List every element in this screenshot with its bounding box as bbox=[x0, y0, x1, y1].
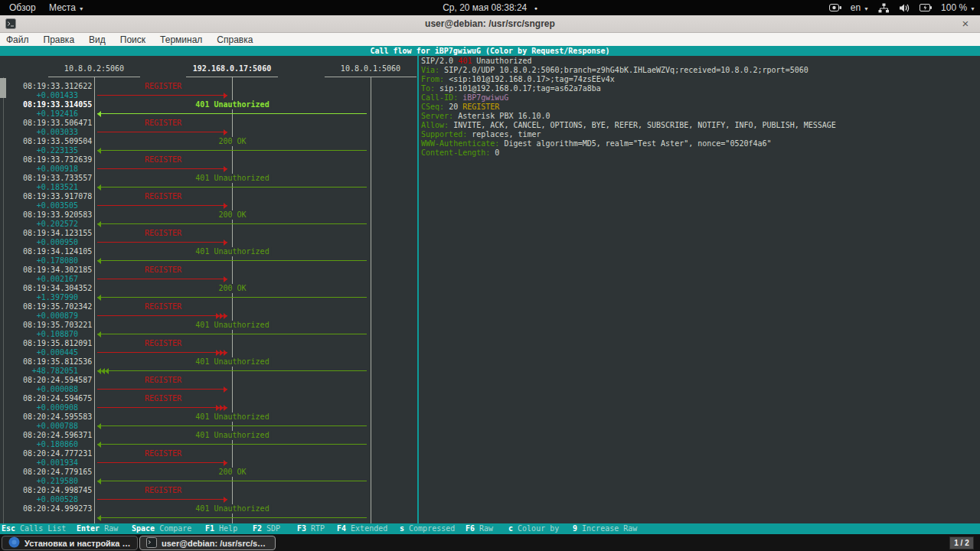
message-timestamp: 08:19:33.732639 bbox=[23, 155, 93, 165]
arrowhead-icon bbox=[224, 129, 227, 135]
keybinding-key: Esc bbox=[2, 524, 15, 533]
message-delta: +0.183521 bbox=[14, 183, 78, 192]
message-timestamp: 08:19:33.314055 bbox=[23, 100, 93, 109]
sip-detail-line: Call-ID: iBP7gwiwuG bbox=[421, 93, 508, 103]
message-label: 401 Unauthorized bbox=[193, 100, 271, 109]
flow-message-row[interactable]: 08:19:34.302185+0.002167REGISTER bbox=[0, 266, 417, 284]
arrowhead-icon bbox=[224, 166, 227, 172]
taskbar-window-button[interactable]: Установка и настройка sngrep дл… bbox=[2, 536, 138, 550]
message-label: REGISTER bbox=[142, 486, 184, 495]
arrowhead-icon bbox=[97, 148, 101, 154]
flow-message-row[interactable]: 08:19:35.812091+0.000445REGISTER bbox=[0, 339, 417, 357]
system-menu[interactable]: 100 %▼ bbox=[941, 2, 975, 13]
keybinding-c[interactable]: c Colour by bbox=[508, 523, 559, 534]
arrowhead-icon bbox=[224, 203, 227, 209]
keybinding-label: Help bbox=[214, 524, 237, 533]
keyboard-layout-indicator[interactable]: en▼ bbox=[851, 2, 869, 13]
arrowhead-icon bbox=[97, 184, 101, 191]
flow-message-row[interactable]: 08:19:34.304352+1.397990200 OK bbox=[0, 284, 417, 302]
message-timestamp: 08:19:34.302185 bbox=[23, 266, 93, 275]
clock-menu[interactable]: Ср, 20 мая 08:38:24 ● bbox=[443, 0, 537, 15]
close-icon[interactable]: × bbox=[959, 15, 972, 31]
flow-message-row[interactable]: 08:20:24.596371+0.180860401 Unauthorized bbox=[0, 431, 417, 449]
arrowhead-icon bbox=[97, 258, 101, 264]
message-label: 401 Unauthorized bbox=[193, 504, 271, 514]
firefox-icon bbox=[8, 536, 20, 549]
message-timestamp: 08:19:35.702342 bbox=[23, 302, 93, 311]
menu-item-Вид[interactable]: Вид bbox=[89, 34, 106, 45]
flow-message-row[interactable]: 08:20:24.595583+0.000788401 Unauthorized bbox=[0, 412, 417, 431]
keybinding-F1[interactable]: F1 Help bbox=[205, 523, 237, 534]
message-label: 401 Unauthorized bbox=[193, 431, 271, 440]
flow-message-row[interactable]: 08:19:33.733557+0.183521401 Unauthorized bbox=[0, 174, 417, 192]
arrowhead-icon bbox=[97, 423, 101, 429]
message-label: 401 Unauthorized bbox=[193, 247, 271, 256]
sip-detail-line: SIP/2.0 401 Unauthorized bbox=[421, 57, 532, 66]
menu-item-Правка[interactable]: Правка bbox=[44, 34, 75, 45]
flow-message-row[interactable]: 08:20:24.779165+0.219580200 OK bbox=[0, 468, 417, 486]
flow-message-row[interactable]: 08:19:33.312622+0.001433REGISTER bbox=[0, 82, 417, 100]
screen-record-icon[interactable] bbox=[829, 3, 841, 12]
keybinding-F4[interactable]: F4 Extended bbox=[337, 523, 387, 534]
message-label: 200 OK bbox=[216, 210, 248, 220]
flow-message-row[interactable]: 08:19:35.812536+48.782051401 Unauthorize… bbox=[0, 357, 417, 376]
message-delta: +1.397990 bbox=[14, 293, 78, 302]
flow-message-row[interactable]: 08:20:24.777231+0.001934REGISTER bbox=[0, 449, 417, 468]
arrow-right bbox=[97, 165, 227, 172]
message-timestamp: 08:20:24.779165 bbox=[23, 468, 93, 477]
flow-message-row[interactable]: 08:20:24.594675+0.000908REGISTER bbox=[0, 394, 417, 412]
message-label: REGISTER bbox=[142, 192, 184, 201]
window-titlebar[interactable]: user@debian: /usr/src/sngrep × bbox=[0, 15, 980, 33]
keybinding-Space[interactable]: Space Compare bbox=[132, 523, 191, 534]
keybinding-F2[interactable]: F2 SDP bbox=[253, 523, 280, 534]
flow-message-row[interactable]: 08:19:33.917078+0.003505REGISTER bbox=[0, 192, 417, 210]
flow-message-row[interactable]: 08:19:35.703221+0.108870401 Unauthorized bbox=[0, 321, 417, 339]
keybinding-s[interactable]: s Compressed bbox=[400, 523, 455, 534]
flow-message-row[interactable]: 08:20:24.998745+0.000528REGISTER bbox=[0, 486, 417, 504]
flow-message-row[interactable]: 08:19:34.123155+0.000950REGISTER bbox=[0, 229, 417, 247]
places-menu[interactable]: Места▼ bbox=[49, 0, 84, 15]
chevron-down-icon: ▼ bbox=[864, 6, 869, 11]
keybinding-9[interactable]: 9 Increase Raw bbox=[573, 523, 637, 534]
keybinding-label: Extended bbox=[346, 524, 387, 533]
message-delta: +0.000908 bbox=[14, 403, 78, 412]
keybinding-key: Enter bbox=[77, 524, 100, 533]
flow-message-row[interactable]: 08:19:33.920583+0.202572200 OK bbox=[0, 210, 417, 229]
keybinding-Esc[interactable]: Esc Calls List bbox=[2, 523, 66, 534]
keybinding-label: SDP bbox=[262, 524, 280, 533]
message-label: REGISTER bbox=[142, 376, 184, 385]
message-delta: +0.000950 bbox=[14, 238, 78, 247]
menu-item-Справка[interactable]: Справка bbox=[217, 34, 253, 45]
flow-message-row[interactable]: 08:20:24.594587+0.000088REGISTER bbox=[0, 376, 417, 394]
desktop: Обзор Места▼ Ср, 20 мая 08:38:24 ● en▼ bbox=[0, 0, 980, 551]
keybinding-key: F1 bbox=[205, 524, 214, 533]
flow-message-row[interactable]: 08:19:35.702342+0.000879REGISTER bbox=[0, 302, 417, 321]
call-flow-panel[interactable]: 10.8.0.2:5060192.168.0.17:506010.8.0.1:5… bbox=[0, 56, 417, 523]
flow-column-header: 10.8.0.2:5060 bbox=[64, 64, 124, 73]
activities-button[interactable]: Обзор bbox=[9, 0, 36, 15]
menu-item-Файл[interactable]: Файл bbox=[6, 34, 29, 45]
workspace-pager[interactable]: 1 / 2 bbox=[949, 536, 974, 549]
keybinding-F6[interactable]: F6 Raw bbox=[466, 523, 493, 534]
flow-message-row[interactable]: 08:20:24.999273401 Unauthorized bbox=[0, 504, 417, 523]
keybinding-label: Colour by bbox=[513, 524, 559, 533]
taskbar-window-button[interactable]: user@debian: /usr/src/sngrep bbox=[139, 536, 276, 550]
flow-message-row[interactable]: 08:19:33.314055+0.192416401 Unauthorized bbox=[0, 100, 417, 119]
window-title: user@debian: /usr/src/sngrep bbox=[0, 15, 980, 32]
flow-message-row[interactable]: 08:19:33.509504+0.223135200 OK bbox=[0, 137, 417, 155]
keyboard-layout-label: en bbox=[851, 2, 861, 13]
message-timestamp: 08:20:24.596371 bbox=[23, 431, 93, 440]
network-icon[interactable] bbox=[878, 3, 890, 13]
keybinding-Enter[interactable]: Enter Raw bbox=[77, 523, 118, 534]
arrow-right bbox=[97, 349, 227, 356]
menu-item-Поиск[interactable]: Поиск bbox=[120, 34, 145, 45]
volume-icon[interactable] bbox=[899, 3, 910, 13]
flow-message-row[interactable]: 08:19:33.506471+0.003033REGISTER bbox=[0, 119, 417, 137]
keybinding-F3[interactable]: F3 RTP bbox=[297, 523, 325, 534]
message-label: REGISTER bbox=[142, 339, 184, 348]
flow-message-row[interactable]: 08:19:34.124105+0.178080401 Unauthorized bbox=[0, 247, 417, 266]
menu-item-Терминал[interactable]: Терминал bbox=[160, 34, 202, 45]
message-delta: +0.003505 bbox=[14, 201, 78, 210]
flow-message-row[interactable]: 08:19:33.732639+0.000918REGISTER bbox=[0, 155, 417, 174]
arrowhead-icon bbox=[224, 240, 227, 246]
